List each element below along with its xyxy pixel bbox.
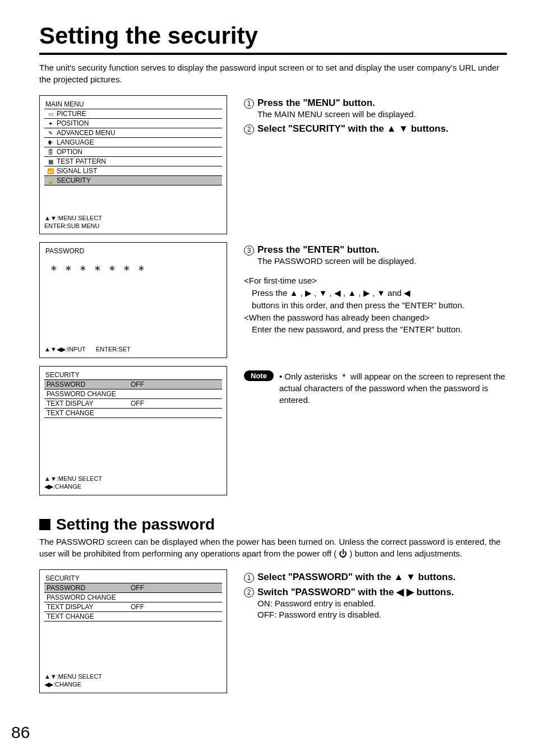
menu-item-label: SECURITY [57, 177, 91, 184]
changed-heading: <When the password has already been chan… [244, 312, 507, 324]
step-body: The MAIN MENU screen will be displayed. [257, 109, 507, 120]
security-panel: SECURITY PASSWORDOFF PASSWORD CHANGE TEX… [39, 569, 227, 693]
panel-hint: ◀▶:CHANGE [44, 482, 222, 490]
step-body: ON: Password entry is enabled. [257, 598, 507, 609]
menu-item: 🗄OPTION [44, 147, 222, 157]
menu-item-label: ADVANCED MENU [57, 129, 115, 137]
menu-item-label: OPTION [57, 148, 82, 156]
picture-icon: ▭ [47, 111, 54, 117]
security-row: TEXT CHANGE [44, 408, 222, 418]
row-value: OFF [131, 584, 144, 592]
menu-item: 📶SIGNAL LIST [44, 166, 222, 176]
step-number-icon: 1 [244, 573, 254, 583]
language-icon: 🗣 [47, 140, 54, 146]
security-row: PASSWORD CHANGE [44, 389, 222, 399]
first-use-heading: <For first-time use> [244, 275, 507, 287]
password-panel: PASSWORD ＊＊＊＊＊＊＊ ▲▼◀▶:INPUT ENTER:SET [39, 242, 227, 358]
menu-item-label: LANGUAGE [57, 138, 94, 146]
step-heading: Select "SECURITY" with the ▲ ▼ buttons. [257, 123, 449, 134]
advanced-icon: ✎ [47, 130, 54, 136]
section-bullet-icon [39, 519, 50, 530]
security-icon: 🔒 [47, 178, 54, 184]
menu-item-label: TEST PATTERN [57, 157, 106, 165]
row-label: PASSWORD [47, 584, 131, 592]
security-panel: SECURITY PASSWORDOFF PASSWORD CHANGE TEX… [39, 366, 227, 495]
intro-text: The unit's security function serves to d… [39, 62, 507, 85]
step-heading: Press the "MENU" button. [257, 98, 375, 109]
test-pattern-icon: ▦ [47, 159, 54, 165]
option-icon: 🗄 [47, 149, 54, 155]
panel-hint: ◀▶:CHANGE [44, 680, 222, 688]
row-label: TEXT CHANGE [47, 613, 131, 620]
security-row: TEXT DISPLAYOFF [44, 602, 222, 612]
step-body: The PASSWORD screen will be displayed. [257, 256, 507, 267]
password-panel-title: PASSWORD [44, 246, 222, 256]
row-label: TEXT DISPLAY [47, 603, 131, 611]
page-title: Setting the security [39, 22, 507, 55]
security-row: PASSWORD CHANGE [44, 592, 222, 602]
changed-body: Enter the new password, and press the "E… [244, 323, 507, 336]
panel-hint: ▲▼:MENU SELECT [44, 672, 222, 680]
menu-item: ✎ADVANCED MENU [44, 128, 222, 138]
first-use-body: buttons in this order, and then press th… [244, 299, 507, 312]
security-panel-title: SECURITY [44, 573, 222, 583]
menu-hint: ▲▼:MENU SELECT [44, 214, 222, 221]
step-number-icon: 1 [244, 99, 254, 109]
menu-item-label: SIGNAL LIST [57, 167, 97, 175]
first-use-body: Press the ▲ , ▶ , ▼ , ◀ , ▲ , ▶ , ▼ and … [244, 287, 507, 299]
step-heading: Switch "PASSWORD" with the ◀ ▶ buttons. [257, 586, 454, 598]
menu-item-label: PICTURE [57, 110, 86, 118]
step-number-icon: 2 [244, 124, 254, 134]
menu-item: ✦POSITION [44, 118, 222, 128]
security-row: PASSWORDOFF [44, 583, 222, 593]
menu-item: 🗣LANGUAGE [44, 137, 222, 147]
row-value: OFF [131, 381, 144, 388]
security-row: TEXT CHANGE [44, 611, 222, 622]
row-label: TEXT DISPLAY [47, 400, 131, 407]
subsection-intro: The PASSWORD screen can be displayed whe… [39, 536, 507, 559]
signal-list-icon: 📶 [47, 168, 54, 174]
row-label: PASSWORD [47, 381, 131, 388]
row-value: OFF [131, 400, 144, 407]
main-menu-title: MAIN MENU [44, 99, 222, 109]
row-label: PASSWORD CHANGE [47, 390, 131, 398]
position-icon: ✦ [47, 120, 54, 127]
panel-hint: ▲▼:MENU SELECT [44, 474, 222, 482]
step-number-icon: 3 [244, 245, 254, 256]
step-heading: Select "PASSWORD" with the ▲ ▼ buttons. [257, 572, 456, 583]
password-stars: ＊＊＊＊＊＊＊ [44, 256, 222, 283]
menu-item-label: POSITION [57, 119, 89, 127]
menu-item: ▭PICTURE [44, 109, 222, 119]
subsection-title: Setting the password [56, 516, 215, 534]
menu-item: ▦TEST PATTERN [44, 156, 222, 166]
note-text: • Only asterisks ＊ will appear on the sc… [279, 370, 507, 406]
security-panel-title: SECURITY [44, 370, 222, 380]
panel-hint: ENTER:SET [96, 346, 131, 353]
step-body: OFF: Password entry is disabled. [257, 609, 507, 620]
panel-hint: ▲▼◀▶:INPUT [44, 346, 86, 353]
menu-item-selected: 🔒SECURITY [44, 175, 222, 185]
step-heading: Press the "ENTER" button. [257, 244, 379, 256]
security-row: TEXT DISPLAYOFF [44, 398, 222, 409]
main-menu-panel: MAIN MENU ▭PICTURE ✦POSITION ✎ADVANCED M… [39, 95, 227, 234]
row-label: TEXT CHANGE [47, 409, 131, 417]
row-value: OFF [131, 603, 144, 611]
menu-hint: ENTER:SUB MENU [44, 221, 222, 229]
security-row: PASSWORDOFF [44, 379, 222, 389]
step-number-icon: 2 [244, 587, 254, 597]
note-badge: Note [244, 370, 274, 381]
row-label: PASSWORD CHANGE [47, 593, 131, 601]
